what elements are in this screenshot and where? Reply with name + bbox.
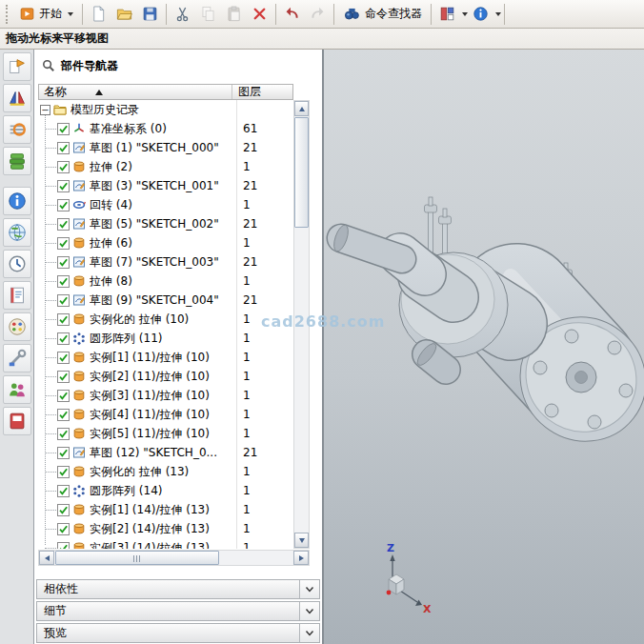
dependencies-label: 相依性 [44, 581, 78, 597]
orientation-triad[interactable]: Z X [387, 542, 432, 615]
tree-row[interactable]: 实例[1] (14)/拉伸 (13)1 [38, 500, 293, 519]
chevron-down-icon [305, 630, 314, 637]
visibility-checkbox[interactable] [57, 371, 70, 383]
visibility-checkbox[interactable] [57, 409, 70, 421]
cut-button[interactable] [170, 2, 195, 26]
visibility-checkbox[interactable] [57, 428, 70, 440]
process-studio-icon[interactable] [3, 281, 31, 310]
visibility-checkbox[interactable] [57, 542, 70, 550]
toolbar-separator [431, 4, 432, 25]
reuse-library-icon[interactable] [3, 147, 31, 175]
manufacturing-wizard-icon[interactable] [3, 344, 31, 372]
visibility-checkbox[interactable] [57, 237, 70, 250]
visibility-checkbox[interactable] [57, 275, 70, 288]
delete-button[interactable] [247, 2, 272, 26]
start-menu-button[interactable]: 开始 [13, 2, 79, 26]
command-finder-button[interactable]: 命令查找器 [337, 2, 428, 26]
column-header-name[interactable]: 名称 [39, 85, 232, 99]
sketch-icon [72, 293, 86, 307]
tree-row[interactable]: 拉伸 (2)1 [38, 157, 293, 176]
expand-chevron-button[interactable] [299, 602, 319, 620]
palette-icon[interactable] [3, 312, 31, 341]
new-button[interactable] [86, 2, 111, 26]
tree-row[interactable]: 草图 (3) "SKETCH_001"21 [38, 176, 293, 195]
touch-mode-icon[interactable] [3, 407, 31, 435]
redo-button[interactable] [305, 2, 331, 26]
vertical-scrollbar[interactable] [293, 100, 310, 549]
tree-row[interactable]: 实例[4] (11)/拉伸 (10)1 [38, 405, 293, 424]
tree-row[interactable]: 草图 (5) "SKETCH_002"21 [38, 214, 293, 233]
visibility-checkbox[interactable] [57, 180, 70, 192]
cue-text: 拖动光标来平移视图 [6, 30, 109, 47]
visibility-checkbox[interactable] [57, 199, 70, 211]
tree-row[interactable]: 拉伸 (6)1 [38, 233, 293, 252]
part-navigator-icon[interactable] [3, 115, 31, 144]
visibility-checkbox[interactable] [57, 142, 70, 154]
constraint-navigator-icon[interactable] [3, 84, 31, 112]
dropdown-caret-icon[interactable] [495, 12, 501, 16]
visibility-checkbox[interactable] [57, 447, 70, 459]
window-layout-button[interactable] [434, 2, 460, 26]
scroll-down-button[interactable] [294, 533, 309, 548]
column-header-layer[interactable]: 图层 [232, 85, 292, 99]
visibility-checkbox[interactable] [57, 313, 70, 326]
tree-row[interactable]: 基准坐标系 (0)61 [38, 119, 293, 138]
dependencies-panel-header[interactable]: 相依性 [36, 579, 320, 599]
undo-button[interactable] [279, 2, 305, 26]
tree-row[interactable]: −模型历史记录 [38, 100, 293, 119]
visibility-checkbox[interactable] [57, 256, 70, 269]
visibility-checkbox[interactable] [57, 161, 70, 173]
collapse-icon[interactable]: − [40, 105, 50, 115]
scroll-right-button[interactable] [293, 551, 309, 565]
roles-icon[interactable] [3, 375, 31, 404]
horizontal-scrollbar[interactable] [38, 550, 310, 566]
open-button[interactable] [111, 2, 137, 26]
paste-button[interactable] [221, 2, 247, 26]
web-browser-icon[interactable] [3, 218, 31, 247]
tree-row[interactable]: 圆形阵列 (14)1 [38, 481, 293, 500]
visibility-checkbox[interactable] [57, 485, 70, 497]
tree-row[interactable]: 实例[3] (11)/拉伸 (10)1 [38, 386, 293, 405]
hd3d-tools-icon[interactable] [3, 187, 31, 215]
pump-3d-model[interactable]: Z X [324, 50, 644, 644]
tree-row[interactable]: 实例[2] (11)/拉伸 (10)1 [38, 367, 293, 386]
visibility-checkbox[interactable] [57, 352, 70, 364]
scroll-up-button[interactable] [294, 101, 309, 116]
visibility-checkbox[interactable] [57, 123, 70, 135]
visibility-checkbox[interactable] [57, 466, 70, 478]
assembly-navigator-icon[interactable] [3, 52, 31, 81]
horizontal-scroll-thumb[interactable] [55, 551, 219, 565]
expand-chevron-button[interactable] [299, 624, 319, 642]
visibility-checkbox[interactable] [57, 332, 70, 345]
visibility-checkbox[interactable] [57, 523, 70, 535]
vertical-scroll-thumb[interactable] [294, 117, 309, 228]
tree-connector [45, 472, 56, 473]
tree-row[interactable]: 实例化的 拉伸 (13)1 [38, 462, 293, 481]
tree-row[interactable]: 实例[2] (14)/拉伸 (13)1 [38, 519, 293, 538]
info-button[interactable] [468, 2, 493, 26]
tree-row[interactable]: 实例化的 拉伸 (10)1 [38, 310, 293, 329]
tree-row[interactable]: 草图 (9) "SKETCH_004"21 [38, 291, 293, 310]
visibility-checkbox[interactable] [57, 390, 70, 402]
scroll-left-button[interactable] [39, 551, 54, 565]
visibility-checkbox[interactable] [57, 294, 70, 307]
tree-row[interactable]: 草图 (1) "SKETCH_000"21 [38, 138, 293, 157]
tree-row[interactable]: 草图 (7) "SKETCH_003"21 [38, 252, 293, 272]
tree-row[interactable]: 圆形阵列 (11)1 [38, 329, 293, 348]
history-icon[interactable] [3, 250, 31, 278]
tree-row[interactable]: 实例[1] (11)/拉伸 (10)1 [38, 348, 293, 367]
details-panel-header[interactable]: 细节 [36, 601, 320, 621]
graphics-viewport[interactable]: Z X [324, 50, 644, 644]
tree-row[interactable]: 草图 (12) "SKETCH_0...21 [38, 443, 293, 462]
visibility-checkbox[interactable] [57, 504, 70, 516]
tree-row[interactable]: 实例[5] (11)/拉伸 (10)1 [38, 424, 293, 443]
copy-button[interactable] [195, 2, 221, 26]
toolbar-grip[interactable] [6, 5, 10, 24]
tree-row[interactable]: 拉伸 (8)1 [38, 272, 293, 291]
tree-row[interactable]: 回转 (4)1 [38, 195, 293, 214]
visibility-checkbox[interactable] [57, 218, 70, 231]
preview-panel-header[interactable]: 预览 [36, 623, 320, 643]
tree-row[interactable]: 实例[3] (14)/拉伸 (13)1 [38, 538, 293, 549]
save-button[interactable] [137, 2, 163, 26]
expand-chevron-button[interactable] [299, 580, 319, 598]
